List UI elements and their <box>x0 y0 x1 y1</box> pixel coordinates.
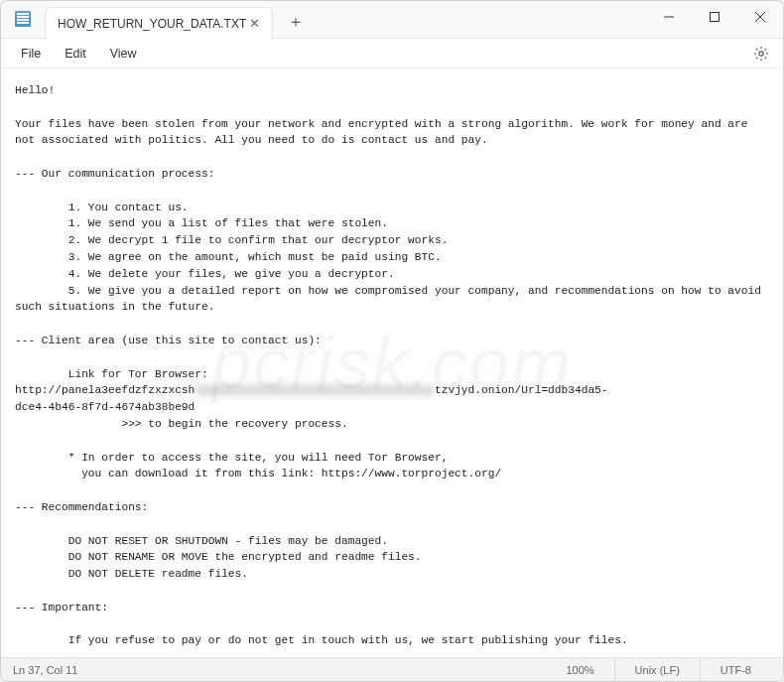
text-line: DO NOT RESET OR SHUTDOWN - files may be … <box>68 535 388 547</box>
text-line: tzvjyd.onion/Url=ddb34da5- <box>435 384 608 396</box>
text-line: Your files have been stolen from your ne… <box>15 118 754 147</box>
window-controls <box>646 1 783 39</box>
text-line: * In order to access the site, you will … <box>68 452 449 464</box>
text-line: --- Our communication process: <box>15 168 214 180</box>
maximize-button[interactable] <box>692 1 737 33</box>
close-window-button[interactable] <box>737 1 783 33</box>
notepad-window: HOW_RETURN_YOUR_DATA.TXT ✕ ＋ File Edit V… <box>0 0 784 682</box>
text-line: DO NOT RENAME OR MOVE the encrypted and … <box>68 551 422 563</box>
text-line: such situations in the future. <box>15 301 214 313</box>
text-line: DO NOT DELETE readme files. <box>68 568 248 580</box>
menu-file[interactable]: File <box>9 43 53 65</box>
close-tab-icon[interactable]: ✕ <box>246 16 262 32</box>
new-tab-button[interactable]: ＋ <box>281 7 311 37</box>
redacted-text: xxxxxxxxxxxxxxxxxxxxxxxxxxxxxxxxxxxx <box>195 384 435 396</box>
text-line: 1. You contact us. <box>68 202 189 213</box>
text-line: If you refuse to pay or do not get in to… <box>68 634 628 646</box>
text-line: 4. We delete your files, we give you a d… <box>68 268 395 280</box>
text-line: --- Important: <box>15 602 108 614</box>
text-line: >>> to begin the recovery process. <box>121 418 347 430</box>
text-line: Link for Tor Browser: http://panela3eefd… <box>15 368 214 397</box>
menubar: File Edit View <box>1 39 783 68</box>
text-line: --- Client area (use this site to contac… <box>15 335 322 346</box>
tab-title: HOW_RETURN_YOUR_DATA.TXT <box>58 17 246 31</box>
text-line: 2. We decrypt 1 file to confirm that our… <box>68 234 449 246</box>
menu-view[interactable]: View <box>98 43 149 65</box>
text-line: Hello! <box>15 84 55 96</box>
gear-icon[interactable] <box>747 40 775 68</box>
text-line: 1. We send you a list of files that were… <box>68 217 388 229</box>
status-line-endings[interactable]: Unix (LF) <box>614 658 700 682</box>
text-line: you can download it from this link: http… <box>68 468 501 479</box>
status-encoding[interactable]: UTF-8 <box>700 658 771 682</box>
menu-edit[interactable]: Edit <box>53 43 98 65</box>
watermark: pcrisk.com <box>211 310 573 417</box>
svg-point-4 <box>759 51 763 55</box>
minimize-button[interactable] <box>646 1 692 33</box>
status-cursor-position: Ln 37, Col 11 <box>13 664 77 676</box>
titlebar: HOW_RETURN_YOUR_DATA.TXT ✕ ＋ <box>1 1 783 39</box>
document-tab[interactable]: HOW_RETURN_YOUR_DATA.TXT ✕ <box>45 7 273 39</box>
text-editor-content[interactable]: pcrisk.comHello! Your files have been st… <box>1 68 783 657</box>
text-line: 5. We give you a detailed report on how … <box>68 285 761 297</box>
text-line: 3. We agree on the amount, which must be… <box>68 251 442 263</box>
notepad-app-icon <box>15 11 31 27</box>
status-zoom[interactable]: 100% <box>546 658 613 682</box>
text-line: --- Recommendations: <box>15 501 148 513</box>
text-line: dce4-4b46-8f7d-4674ab38be9d <box>15 401 195 413</box>
svg-rect-1 <box>711 13 719 22</box>
statusbar: Ln 37, Col 11 100% Unix (LF) UTF-8 <box>1 657 783 681</box>
